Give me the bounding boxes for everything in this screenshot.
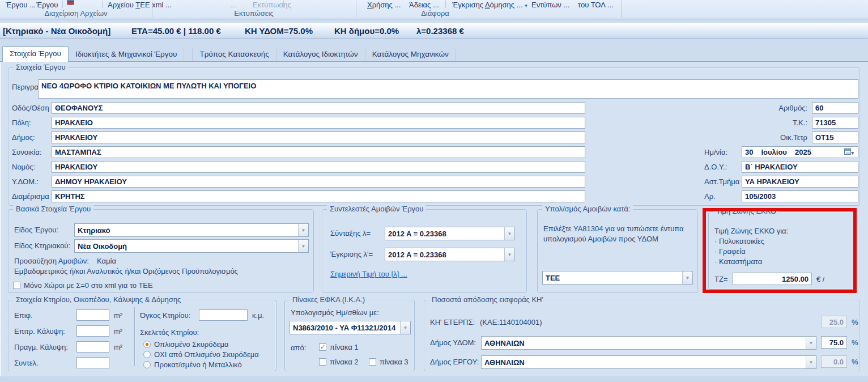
- group-project-data: Στοιχεία Έργου Περιγραφή ΝΕΟ 4ΩΡΟΦΟ ΚΤΙΡ…: [8, 67, 860, 206]
- ribbon-toolbar: Έργου ... Έργου Αρχείου ΤΕΕ xml ... ... …: [0, 0, 868, 19]
- document-icon: [67, 0, 74, 5]
- tz-input[interactable]: 1250.00: [733, 273, 812, 285]
- date-day[interactable]: 30: [745, 148, 753, 156]
- allowed-coverage-label: Επιτρ. Κάλυψη:: [14, 327, 65, 336]
- calc-method-hint-line2: υπολογισμού Αμοιβών προς ΥΔΟΜ: [543, 235, 658, 243]
- ribbon-button-project[interactable]: Έργου: [36, 1, 58, 9]
- tab-owners-engineers[interactable]: Ιδιοκτήτες & Μηχανικοί Έργου: [69, 48, 185, 61]
- only-s0-checkbox[interactable]: [13, 282, 20, 289]
- project-municipality-select[interactable]: ΑΘΗΝΑΙΩΝ▼: [481, 355, 816, 369]
- app-window: Έργου ... Έργου Αρχείου ΤΕΕ xml ... ... …: [0, 0, 868, 382]
- date-input[interactable]: 30 Ιουλίου 2025 ▾: [742, 146, 858, 158]
- chevron-down-icon[interactable]: ▼: [682, 271, 692, 284]
- police-station-input[interactable]: ΥΑ ΗΡΑΚΛΕΙΟΥ: [742, 176, 858, 188]
- chevron-down-icon[interactable]: ▼: [298, 240, 308, 252]
- tab-owners-list[interactable]: Κατάλογος Ιδιοκτητών: [276, 48, 365, 61]
- tz-label: ΤΖ=: [714, 275, 727, 283]
- reference-number-input[interactable]: 105/2003: [742, 190, 858, 202]
- skeleton-radio-concrete-label: Οπλισμένο Σκυρόδεμα: [154, 340, 228, 349]
- date-month[interactable]: Ιουλίου: [761, 148, 786, 156]
- ribbon-button-building-approval[interactable]: Έγκρισης Δόμησης ... ▾: [452, 1, 527, 9]
- municipality-input[interactable]: ΗΡΑΚΛΕΙΟΥ: [52, 131, 585, 143]
- block-input[interactable]: ΟΤ15: [812, 131, 858, 143]
- prefecture-input[interactable]: ΗΡΑΚΛΕΙΟΥ: [52, 161, 585, 173]
- skeleton-radio-prefab[interactable]: [143, 361, 151, 368]
- only-s0-checkbox-label: Μόνο Χώροι με Σ=0 στο xml για το ΤΕΕ: [24, 281, 153, 290]
- district-input[interactable]: ΜΑΣΤΑΜΠΑΣ: [52, 146, 585, 158]
- ribbon-separator: [102, 1, 103, 8]
- chevron-down-icon[interactable]: ▼: [504, 227, 514, 240]
- ydom-percent-input[interactable]: 75.0: [821, 336, 847, 349]
- ribbon-button-usage[interactable]: Χρήσης ...: [367, 1, 401, 9]
- group-building-data: Στοιχεία Κτηρίου, Οικοπέδου, Κάλυψης & Δ…: [8, 300, 276, 371]
- tax-office-label: Δ.Ο.Υ.:: [704, 163, 739, 171]
- table2-checkbox-label: πίνακα 2: [330, 358, 359, 366]
- calc-method-hint-line1: Επιλέξτε ΥΑ81304 για να τυπώσετε έντυπα: [543, 224, 684, 233]
- chevron-down-icon: ▾: [851, 150, 854, 156]
- status-kh-dimou: ΚΗ δήμου=0.0%: [334, 26, 399, 36]
- table3-checkbox[interactable]: [369, 358, 376, 366]
- chevron-down-icon[interactable]: ▼: [400, 321, 410, 334]
- ribbon-button-tee-xml[interactable]: Αρχείου ΤΕΕ xml ...: [108, 1, 172, 9]
- group-kh-percentages: Ποσοστά απόδοσης εισφοράς ΚΗ' ΚΗ' ΕΤΕΡΠΣ…: [424, 300, 860, 371]
- city-input[interactable]: ΗΡΑΚΛΕΙΟ: [52, 117, 585, 129]
- skeleton-radio-concrete[interactable]: [143, 341, 151, 348]
- number-input[interactable]: 60: [812, 102, 858, 114]
- approval-lambda-select[interactable]: 2012 A = 0.23368▼: [385, 248, 515, 261]
- tab-construction-method[interactable]: Τρόπος Κατασκευής: [192, 48, 276, 61]
- building-type-select[interactable]: Νέα Οικοδομή▼: [74, 239, 309, 253]
- ribbon-group-file-management: Διαχείριση Αρχείων: [0, 9, 152, 18]
- volume-input[interactable]: [199, 309, 248, 321]
- group-title: Στοιχεία Έργου: [13, 63, 69, 71]
- street-input[interactable]: ΘΕΟΦΑΝΟΥΣ: [52, 102, 585, 114]
- ribbon-separator: [445, 1, 446, 8]
- group-basic-data: Βασικά Στοιχεία Έργου Είδος Έργου: Κτηρι…: [8, 209, 314, 293]
- wage-law-select[interactable]: Ν3863/2010 - ΥΑ Φ11321/2014▼: [290, 321, 411, 334]
- table1-checkbox[interactable]: [319, 343, 326, 351]
- ribbon-button-print: Εκτύπωσης: [253, 1, 291, 9]
- volume-label: Όγκος Κτηρίου:: [140, 311, 190, 320]
- tab-engineers-list[interactable]: Κατάλογος Μηχανικών: [365, 48, 456, 61]
- group-title: Συντελεστές Αμοιβών Έργου: [327, 205, 426, 213]
- police-station-label: Αστ.Τμήμα: [704, 177, 739, 186]
- chevron-down-icon[interactable]: ▼: [806, 337, 816, 349]
- allowed-coverage-input[interactable]: [76, 325, 109, 337]
- ribbon-button-tol[interactable]: του ΤΟΛ ...: [578, 1, 614, 9]
- actual-coverage-input[interactable]: [76, 341, 109, 353]
- area-input[interactable]: [76, 309, 109, 321]
- tax-office-input[interactable]: Β΄ ΗΡΑΚΛΕΙΟΥ: [742, 161, 858, 173]
- table2-checkbox[interactable]: [319, 358, 326, 366]
- coefficient-input[interactable]: [76, 357, 109, 368]
- group-fee-coefficients: Συντελεστές Αμοιβών Έργου Σύνταξης λ= 20…: [322, 209, 527, 293]
- ydom-input[interactable]: ΔΗΜΟΥ ΗΡΑΚΛΕΙΟΥ: [52, 176, 585, 188]
- main-panel: Στοιχεία Έργου Περιγραφή ΝΕΟ 4ΩΡΟΦΟ ΚΤΙΡ…: [0, 61, 868, 376]
- divider: [134, 307, 135, 366]
- date-year[interactable]: 2025: [795, 148, 811, 156]
- project-type-label: Είδος Έργου:: [14, 226, 58, 234]
- group-title: Βασικά Στοιχεία Έργου: [13, 205, 93, 213]
- date-picker-button[interactable]: ▾: [843, 148, 855, 156]
- skeleton-radio-not-concrete[interactable]: [143, 351, 151, 358]
- ribbon-button-project-menu[interactable]: Έργου ...: [6, 1, 36, 9]
- calc-method-select[interactable]: ΤΕΕ▼: [542, 271, 693, 285]
- project-type-select[interactable]: Κτηριακό▼: [74, 223, 309, 237]
- date-label: Ημ/νία:: [704, 148, 739, 156]
- current-lambda-link[interactable]: Σημερινή Τιμή του [λ] ...: [330, 270, 407, 278]
- chevron-down-icon[interactable]: ▼: [806, 356, 816, 368]
- chevron-down-icon[interactable]: ▼: [298, 224, 308, 236]
- ribbon-button-permit[interactable]: Άδειας ...: [409, 1, 439, 9]
- region-input[interactable]: ΚΡΗΤΗΣ: [52, 190, 585, 202]
- ydom-municipality-select[interactable]: ΑΘΗΝΑΙΩΝ▼: [481, 336, 816, 350]
- tab-bar: Στοιχεία Έργου Ιδιοκτήτες & Μηχανικοί Έρ…: [2, 46, 456, 61]
- ribbon-button-forms[interactable]: Εντύπων ...: [531, 1, 569, 9]
- ribbon-button-dots: ...: [230, 1, 236, 9]
- group-zone-price: Τιμή Ζώνης ΕΚΚΟ Τιμή Ζώνης ΕΚΚΟ για: · Π…: [708, 211, 854, 290]
- wage-calc-label: Υπολογισμός Ημ/σθίων με:: [291, 308, 379, 317]
- eterps-percent-input: 25.0: [821, 316, 847, 328]
- postal-code-input[interactable]: 71305: [812, 117, 858, 129]
- chevron-down-icon[interactable]: ▼: [504, 248, 514, 261]
- syntax-lambda-select[interactable]: 2012 A = 0.23368▼: [385, 227, 515, 240]
- tab-project-data[interactable]: Στοιχεία Έργου: [2, 46, 69, 62]
- description-input[interactable]: ΝΕΟ 4ΩΡΟΦΟ ΚΤΙΡΙΟ ΚΑΤΟΙΚΙΩΝ ΜΕ ΠΥΛΩΤΗ ΚΑ…: [38, 79, 858, 99]
- prefecture-label: Νομός:: [12, 163, 35, 171]
